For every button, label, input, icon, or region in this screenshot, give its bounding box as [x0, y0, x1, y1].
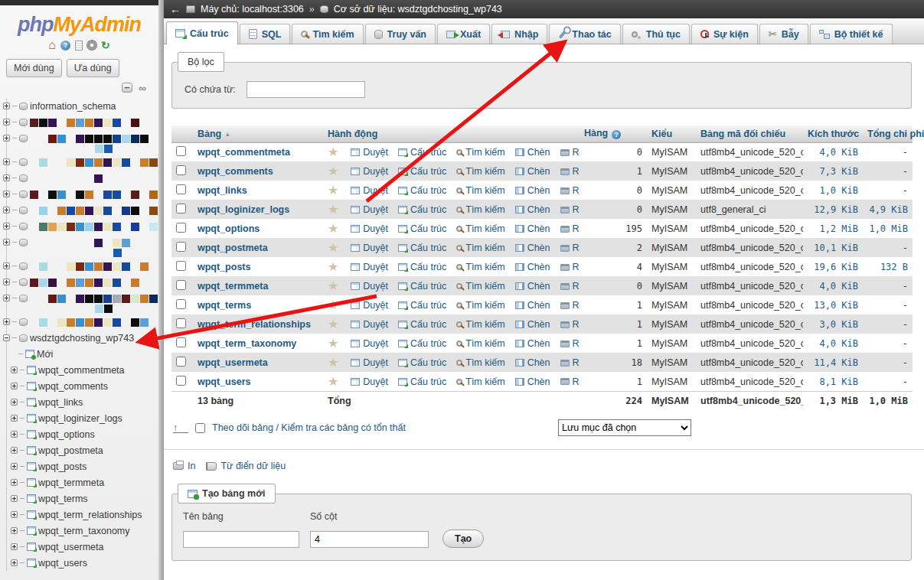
- expand-icon[interactable]: [3, 239, 10, 246]
- table-name-link[interactable]: wpqt_users: [198, 376, 250, 387]
- collapse-all-icon[interactable]: [122, 83, 132, 93]
- expand-icon[interactable]: [3, 207, 10, 213]
- expand-icon[interactable]: [3, 223, 10, 230]
- favorite-star-icon[interactable]: ★: [328, 243, 338, 253]
- print-link[interactable]: In: [173, 461, 195, 471]
- action-empty-link[interactable]: Rỗng: [560, 281, 580, 292]
- tab-events[interactable]: Sự kiện: [691, 24, 758, 44]
- favorite-star-icon[interactable]: ★: [328, 301, 338, 310]
- action-browse-link[interactable]: Duyệt: [351, 300, 388, 311]
- nav-db-hidden[interactable]: [0, 274, 158, 290]
- tab-search[interactable]: Tìm kiếm: [292, 24, 363, 44]
- action-structure-link[interactable]: Cấu trúc: [398, 319, 446, 330]
- tab-routines[interactable]: Thủ tục: [622, 24, 690, 44]
- action-insert-link[interactable]: Chèn: [515, 262, 550, 272]
- action-structure-link[interactable]: Cấu trúc: [398, 338, 446, 349]
- action-empty-link[interactable]: Rỗng: [560, 166, 580, 177]
- action-browse-link[interactable]: Duyệt: [351, 376, 388, 387]
- nav-db-hidden[interactable]: [0, 154, 158, 170]
- col-header-rows[interactable]: Hàng?: [580, 125, 647, 142]
- nav-table-item[interactable]: wpqt_term_relationships: [0, 507, 158, 523]
- breadcrumb-database[interactable]: Cơ sở dữ liệu: wsdztgdchosting_wp743: [334, 4, 502, 15]
- row-checkbox[interactable]: [176, 146, 186, 156]
- expand-icon[interactable]: [11, 527, 18, 534]
- table-name-link[interactable]: wpqt_terms: [198, 300, 251, 311]
- action-insert-link[interactable]: Chèn: [515, 147, 550, 158]
- nav-db-hidden[interactable]: [0, 258, 158, 274]
- row-checkbox[interactable]: [176, 318, 186, 328]
- table-name-input[interactable]: [183, 531, 299, 548]
- nav-table-item[interactable]: wpqt_comments: [0, 378, 158, 394]
- action-search-link[interactable]: Tìm kiếm: [456, 357, 504, 368]
- nav-db-hidden[interactable]: [0, 218, 158, 234]
- expand-icon[interactable]: [11, 559, 18, 566]
- action-empty-link[interactable]: Rỗng: [560, 357, 580, 368]
- action-insert-link[interactable]: Chèn: [515, 338, 550, 349]
- nav-table-item[interactable]: wpqt_options: [0, 426, 158, 442]
- nav-table-item[interactable]: wpqt_termmeta: [0, 474, 158, 490]
- expand-icon[interactable]: [3, 103, 10, 109]
- action-search-link[interactable]: Tìm kiếm: [456, 376, 504, 387]
- expand-icon[interactable]: [11, 543, 18, 550]
- expand-icon[interactable]: [11, 479, 18, 486]
- nav-db-information-schema[interactable]: information_schema: [0, 98, 158, 114]
- action-browse-link[interactable]: Duyệt: [351, 147, 388, 158]
- tab-operations[interactable]: Thao tác: [549, 24, 620, 44]
- expand-icon[interactable]: [11, 383, 18, 389]
- nav-table-item[interactable]: wpqt_postmeta: [0, 442, 158, 458]
- expand-icon[interactable]: [11, 367, 18, 373]
- expand-icon[interactable]: [3, 318, 10, 325]
- action-search-link[interactable]: Tìm kiếm: [456, 319, 504, 330]
- action-insert-link[interactable]: Chèn: [515, 185, 550, 196]
- action-insert-link[interactable]: Chèn: [515, 204, 550, 215]
- doc-icon[interactable]: [75, 41, 83, 51]
- expand-icon[interactable]: [11, 447, 18, 454]
- expand-icon[interactable]: [11, 415, 18, 422]
- col-header-table[interactable]: Bảng▲: [193, 125, 323, 142]
- favorite-star-icon[interactable]: ★: [328, 224, 338, 233]
- nav-table-item[interactable]: wpqt_users: [0, 555, 158, 571]
- action-structure-link[interactable]: Cấu trúc: [398, 376, 446, 387]
- col-header-type[interactable]: Kiểu: [647, 125, 696, 142]
- action-structure-link[interactable]: Cấu trúc: [398, 204, 446, 215]
- refresh-icon[interactable]: [101, 39, 110, 51]
- action-empty-link[interactable]: Rỗng: [560, 185, 580, 196]
- tab-triggers[interactable]: Bẫy: [759, 24, 808, 44]
- panel-resizer[interactable]: [158, 0, 164, 580]
- tab-designer[interactable]: Bộ thiết kế: [810, 24, 893, 44]
- row-checkbox[interactable]: [176, 280, 186, 290]
- action-empty-link[interactable]: Rỗng: [560, 147, 580, 158]
- row-checkbox[interactable]: [176, 299, 186, 309]
- row-checkbox[interactable]: [176, 204, 186, 213]
- help-icon[interactable]: ?: [612, 130, 621, 139]
- expand-icon[interactable]: [3, 174, 10, 181]
- action-browse-link[interactable]: Duyệt: [351, 357, 388, 368]
- favorite-tables-button[interactable]: Ưa dùng: [67, 59, 119, 77]
- row-checkbox[interactable]: [176, 337, 186, 347]
- col-header-collation[interactable]: Bảng mã đối chiếu: [696, 125, 803, 142]
- action-search-link[interactable]: Tìm kiếm: [456, 300, 504, 311]
- action-browse-link[interactable]: Duyệt: [351, 166, 388, 177]
- settings-icon[interactable]: [87, 41, 96, 50]
- action-empty-link[interactable]: Rỗng: [560, 319, 580, 330]
- row-checkbox[interactable]: [176, 165, 186, 175]
- action-search-link[interactable]: Tìm kiếm: [456, 281, 504, 292]
- action-insert-link[interactable]: Chèn: [515, 300, 550, 311]
- table-name-link[interactable]: wpqt_termmeta: [198, 281, 268, 292]
- favorite-star-icon[interactable]: ★: [328, 377, 338, 386]
- action-structure-link[interactable]: Cấu trúc: [398, 166, 446, 177]
- nav-db-hidden[interactable]: [0, 170, 158, 186]
- nav-table-item[interactable]: wpqt_term_taxonomy: [0, 523, 158, 539]
- action-browse-link[interactable]: Duyệt: [351, 223, 388, 234]
- expand-icon[interactable]: [11, 511, 18, 518]
- action-structure-link[interactable]: Cấu trúc: [398, 223, 446, 234]
- col-header-size[interactable]: Kích thước: [803, 125, 863, 142]
- table-name-link[interactable]: wpqt_postmeta: [198, 243, 268, 253]
- link-icon[interactable]: [139, 82, 146, 94]
- nav-table-item[interactable]: wpqt_commentmeta: [0, 362, 158, 378]
- favorite-star-icon[interactable]: ★: [328, 339, 338, 348]
- action-search-link[interactable]: Tìm kiếm: [456, 166, 504, 177]
- nav-db-hidden[interactable]: [0, 202, 158, 218]
- action-insert-link[interactable]: Chèn: [515, 243, 550, 253]
- data-dictionary-link[interactable]: Từ điển dữ liệu: [206, 461, 286, 471]
